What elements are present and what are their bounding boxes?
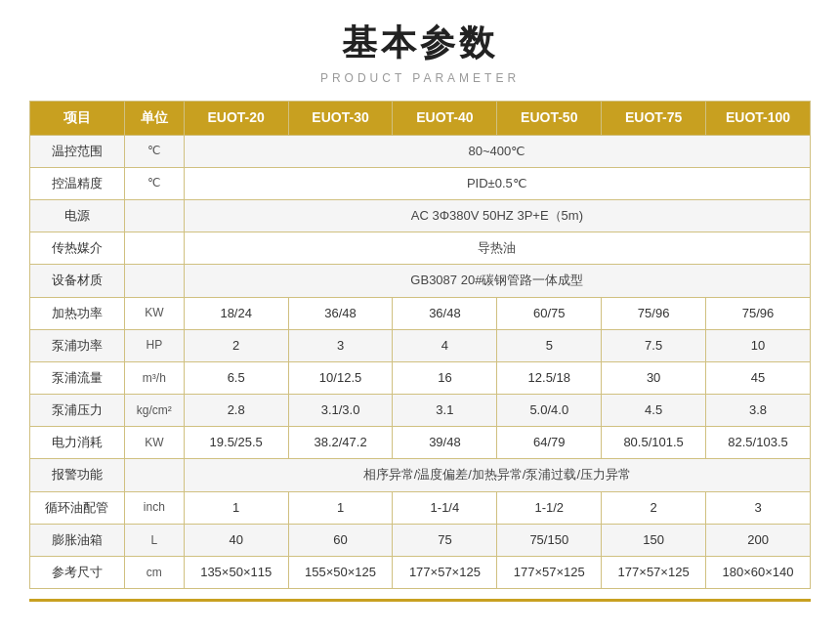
row-span-value: PID±0.5℃	[184, 167, 810, 199]
title-section: 基本参数 PRODUCT PARAMETER	[29, 20, 811, 85]
table-row: 控温精度℃PID±0.5℃	[30, 167, 811, 199]
row-value: 10	[706, 329, 811, 361]
sub-title: PRODUCT PARAMETER	[29, 71, 811, 85]
row-unit	[124, 232, 184, 265]
row-value: 2	[602, 491, 706, 524]
row-value: 180×60×140	[706, 557, 811, 589]
row-span-value: GB3087 20#碳钢管路一体成型	[184, 265, 810, 297]
row-value: 2	[184, 329, 288, 361]
row-value: 3.1/3.0	[288, 395, 393, 427]
row-value: 1-1/2	[497, 491, 602, 524]
row-span-value: 相序异常/温度偏差/加热异常/泵浦过载/压力异常	[184, 459, 810, 491]
row-unit: cm	[124, 557, 184, 589]
row-value: 1-1/4	[393, 491, 497, 524]
row-label: 设备材质	[30, 265, 125, 297]
row-label: 温控范围	[30, 135, 125, 167]
param-table: 项目 单位 EUOT-20 EUOT-30 EUOT-40 EUOT-50 EU…	[29, 101, 811, 589]
row-value: 7.5	[602, 329, 706, 361]
table-row: 温控范围℃80~400℃	[30, 135, 811, 167]
table-row: 电力消耗KW19.5/25.538.2/47.239/4864/7980.5/1…	[30, 427, 811, 459]
row-label: 传热媒介	[30, 232, 125, 265]
row-value: 36/48	[393, 297, 497, 329]
row-unit: KW	[124, 427, 184, 459]
row-unit: m³/h	[124, 361, 184, 394]
row-value: 75/150	[497, 524, 602, 556]
row-unit	[124, 199, 184, 232]
row-value: 177×57×125	[602, 557, 706, 589]
row-value: 3	[288, 329, 393, 361]
header-euot30: EUOT-30	[288, 102, 393, 136]
header-item: 项目	[30, 102, 125, 136]
table-row: 膨胀油箱L40607575/150150200	[30, 524, 811, 556]
row-value: 75/96	[602, 297, 706, 329]
row-label: 电源	[30, 199, 125, 232]
row-value: 39/48	[393, 427, 497, 459]
row-value: 30	[602, 361, 706, 394]
row-unit	[124, 459, 184, 491]
row-value: 36/48	[288, 297, 393, 329]
page-container: 基本参数 PRODUCT PARAMETER 项目 单位 EUOT-20 EUO…	[0, 0, 840, 621]
row-unit	[124, 265, 184, 297]
row-value: 3.1	[393, 395, 497, 427]
table-row: 传热媒介导热油	[30, 232, 811, 265]
table-row: 泵浦流量m³/h6.510/12.51612.5/183045	[30, 361, 811, 394]
row-value: 3.8	[706, 395, 811, 427]
table-row: 报警功能相序异常/温度偏差/加热异常/泵浦过载/压力异常	[30, 459, 811, 491]
row-label: 参考尺寸	[30, 557, 125, 589]
row-value: 10/12.5	[288, 361, 393, 394]
table-row: 设备材质GB3087 20#碳钢管路一体成型	[30, 265, 811, 297]
row-label: 报警功能	[30, 459, 125, 491]
row-value: 45	[706, 361, 811, 394]
row-value: 155×50×125	[288, 557, 393, 589]
header-euot100: EUOT-100	[706, 102, 811, 136]
row-value: 12.5/18	[497, 361, 602, 394]
bottom-line	[29, 599, 811, 602]
row-span-value: 80~400℃	[184, 135, 810, 167]
row-value: 16	[393, 361, 497, 394]
row-label: 控温精度	[30, 167, 125, 199]
table-row: 循环油配管inch111-1/41-1/223	[30, 491, 811, 524]
row-value: 38.2/47.2	[288, 427, 393, 459]
header-euot75: EUOT-75	[602, 102, 706, 136]
row-value: 3	[706, 491, 811, 524]
row-value: 177×57×125	[497, 557, 602, 589]
row-value: 18/24	[184, 297, 288, 329]
table-row: 泵浦压力kg/cm²2.83.1/3.03.15.0/4.04.53.8	[30, 395, 811, 427]
table-row: 参考尺寸cm135×50×115155×50×125177×57×125177×…	[30, 557, 811, 589]
row-label: 加热功率	[30, 297, 125, 329]
row-value: 5	[497, 329, 602, 361]
row-value: 6.5	[184, 361, 288, 394]
row-value: 177×57×125	[393, 557, 497, 589]
row-value: 200	[706, 524, 811, 556]
row-value: 5.0/4.0	[497, 395, 602, 427]
header-euot40: EUOT-40	[393, 102, 497, 136]
header-euot20: EUOT-20	[184, 102, 288, 136]
row-unit: HP	[124, 329, 184, 361]
row-unit: kg/cm²	[124, 395, 184, 427]
row-label: 膨胀油箱	[30, 524, 125, 556]
row-value: 40	[184, 524, 288, 556]
row-value: 80.5/101.5	[602, 427, 706, 459]
table-row: 泵浦功率HP23457.510	[30, 329, 811, 361]
row-value: 1	[288, 491, 393, 524]
row-span-value: 导热油	[184, 232, 810, 265]
row-value: 150	[602, 524, 706, 556]
row-value: 4	[393, 329, 497, 361]
row-value: 19.5/25.5	[184, 427, 288, 459]
row-value: 135×50×115	[184, 557, 288, 589]
row-label: 泵浦流量	[30, 361, 125, 394]
header-euot50: EUOT-50	[497, 102, 602, 136]
row-value: 82.5/103.5	[706, 427, 811, 459]
row-value: 2.8	[184, 395, 288, 427]
row-label: 循环油配管	[30, 491, 125, 524]
row-value: 1	[184, 491, 288, 524]
table-row: 加热功率KW18/2436/4836/4860/7575/9675/96	[30, 297, 811, 329]
row-value: 60/75	[497, 297, 602, 329]
row-label: 泵浦功率	[30, 329, 125, 361]
row-label: 电力消耗	[30, 427, 125, 459]
table-header-row: 项目 单位 EUOT-20 EUOT-30 EUOT-40 EUOT-50 EU…	[30, 102, 811, 136]
header-unit: 单位	[124, 102, 184, 136]
row-unit: inch	[124, 491, 184, 524]
main-title: 基本参数	[29, 20, 811, 67]
row-value: 64/79	[497, 427, 602, 459]
